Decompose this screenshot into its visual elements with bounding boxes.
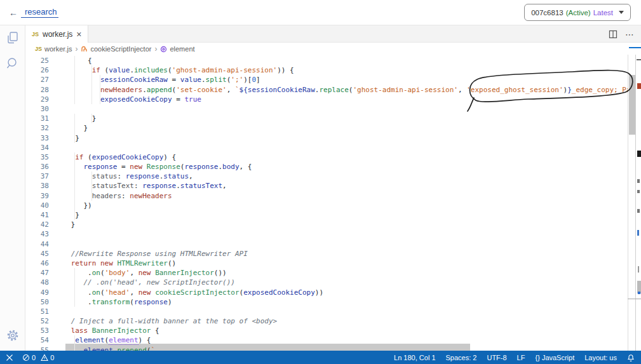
search-icon[interactable] [5, 56, 20, 71]
line-number: 27 [26, 75, 49, 84]
line-number: 41 [26, 210, 49, 220]
line-number: 26 [26, 65, 49, 75]
line-number: 47 [26, 268, 49, 278]
code-line: 53 lass BannerInjector { [26, 326, 628, 335]
warning-icon [41, 354, 48, 361]
code-area[interactable]: 25 {26 if (value.includes('ghost-admin-a… [26, 56, 628, 351]
editor-right-border [628, 55, 628, 351]
code-line: 41 } [26, 210, 628, 220]
tab-actions: ⋯ [609, 25, 635, 43]
breadcrumb-item-class[interactable]: cookieScriptInjector [81, 45, 151, 53]
line-number: 43 [26, 229, 49, 239]
line-number: 48 [26, 278, 49, 287]
line-number: 38 [26, 181, 49, 191]
code-editor[interactable]: 25 {26 if (value.includes('ghost-admin-a… [26, 55, 641, 351]
line-number: 46 [26, 259, 49, 268]
top-header: ←research 007c6813 (Active) Latest [0, 0, 641, 25]
js-icon: JS [35, 46, 42, 52]
close-icon[interactable]: × [76, 30, 81, 39]
code-line: 28 newHeaders.append('set-cookie', `${se… [26, 85, 628, 95]
line-number: 31 [26, 114, 49, 123]
line-number: 51 [26, 307, 49, 316]
editor-group: JS worker.js × ⋯ JS worker.js › cooki [26, 25, 641, 351]
line-number: 44 [26, 239, 49, 249]
version-channel: Latest [593, 9, 613, 17]
more-actions-icon[interactable]: ⋯ [625, 29, 635, 39]
line-number: 37 [26, 172, 49, 181]
blue-line-fragment [629, 47, 641, 48]
bell-icon[interactable] [627, 354, 635, 361]
code-line: 38 statusText: response.statusText, [26, 181, 628, 191]
chevron-down-icon [619, 11, 624, 14]
files-icon[interactable] [5, 30, 20, 46]
line-number: 30 [26, 104, 49, 114]
class-icon [81, 46, 88, 53]
code-line: 44 [26, 239, 628, 249]
clipped-second-pane [636, 55, 641, 351]
line-number: 35 [26, 152, 49, 162]
code-line: 46 return new HTMLRewriter() [26, 259, 628, 268]
js-icon: JS [32, 31, 39, 37]
split-editor-icon[interactable] [609, 30, 617, 39]
tab-bar: JS worker.js × ⋯ [26, 25, 641, 43]
gear-icon[interactable] [5, 328, 20, 343]
tab-label: worker.js [43, 30, 72, 39]
code-line: 27 sessionCookieRaw = value.split(';')[0… [26, 75, 628, 84]
code-line: 55 element.prepend(` [26, 346, 628, 351]
code-line: 42 } [26, 220, 628, 229]
cursor-position[interactable]: Ln 180, Col 1 [394, 354, 435, 361]
method-icon [160, 46, 167, 53]
encoding[interactable]: UTF-8 [487, 354, 506, 361]
code-line: 43 [26, 229, 628, 239]
indentation[interactable]: Spaces: 2 [446, 354, 477, 361]
activity-bar [0, 25, 25, 351]
version-selector[interactable]: 007c6813 (Active) Latest [524, 4, 631, 21]
version-status: (Active) [566, 9, 591, 17]
line-number: 45 [26, 249, 49, 259]
vertical-scrollbar-thumb[interactable] [629, 75, 635, 135]
breadcrumb-item-method[interactable]: element [160, 45, 194, 53]
tab-worker-js[interactable]: JS worker.js × [26, 25, 88, 43]
code-line: 54 element(element) { [26, 335, 628, 345]
remote-indicator[interactable] [6, 354, 13, 361]
line-number: 32 [26, 123, 49, 133]
code-line: 51 [26, 307, 628, 316]
line-number: 54 [26, 335, 49, 345]
error-icon [22, 354, 30, 361]
back-link[interactable]: ←research [9, 7, 58, 18]
code-line: 26 if (value.includes('ghost-admin-api-s… [26, 65, 628, 75]
code-line: 52 / Inject a full-width banner at the t… [26, 316, 628, 326]
line-number: 33 [26, 133, 49, 143]
code-line: 47 .on('body', new BannerInjector()) [26, 268, 628, 278]
language-mode[interactable]: {} JavaScript [535, 354, 574, 361]
line-number: 53 [26, 326, 49, 335]
back-arrow-icon: ← [9, 8, 18, 18]
line-number: 25 [26, 56, 49, 65]
line-number: 52 [26, 316, 49, 326]
line-number: 42 [26, 220, 49, 229]
code-line: 49 .on('head', new cookieScriptInjector(… [26, 288, 628, 297]
breadcrumb-item-file[interactable]: JS worker.js [35, 45, 72, 53]
code-line: 25 { [26, 56, 628, 65]
line-number: 50 [26, 297, 49, 307]
code-line: 32 } [26, 123, 628, 133]
warning-count: 0 [50, 354, 54, 361]
line-number: 29 [26, 95, 49, 104]
problems-indicator[interactable]: 0 0 [22, 354, 54, 361]
line-number: 36 [26, 162, 49, 172]
code-line: 35 if (exposedCookieCopy) { [26, 152, 628, 162]
keyboard-layout[interactable]: Layout: us [584, 354, 617, 361]
code-line: 39 headers: newHeaders [26, 191, 628, 201]
line-number: 34 [26, 143, 49, 152]
back-link-label[interactable]: research [21, 7, 58, 18]
breadcrumb: JS worker.js › cookieScriptInjector › el… [26, 43, 641, 55]
code-line: 34 [26, 143, 628, 152]
code-line: 31 } [26, 114, 628, 123]
version-id: 007c6813 [531, 9, 563, 17]
eol-sequence[interactable]: LF [517, 354, 525, 361]
status-bar: 0 0 Ln 180, Col 1 Spaces: 2 UTF-8 LF {} … [0, 351, 641, 364]
code-line: 29 exposedCookieCopy = true [26, 95, 628, 104]
line-number: 28 [26, 85, 49, 95]
breadcrumb-separator: › [75, 44, 78, 53]
code-line: 37 status: response.status, [26, 172, 628, 181]
